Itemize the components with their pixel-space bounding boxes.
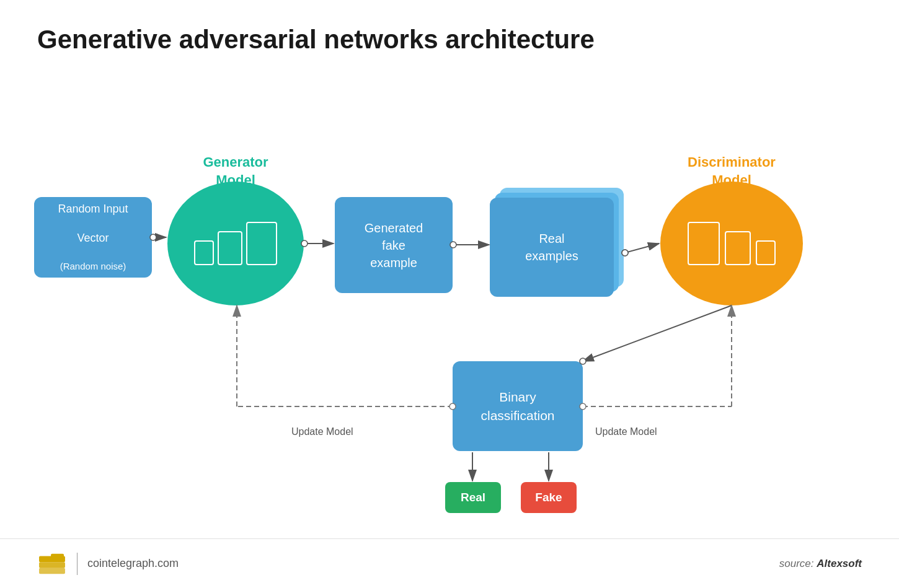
discriminator-inner-boxes	[688, 222, 776, 265]
svg-line-10	[583, 305, 732, 361]
real-examples-stack: Realexamples	[490, 188, 620, 296]
fake-example-box: Generatedfakeexample	[335, 197, 453, 293]
generator-ellipse	[167, 182, 304, 305]
gen-box-1	[194, 240, 214, 265]
footer-logo-icon	[37, 551, 67, 576]
svg-rect-21	[39, 568, 65, 574]
disc-box-2	[725, 231, 751, 265]
footer-source: source: Altexsoft	[779, 558, 862, 570]
disc-box-3	[756, 240, 776, 265]
random-input-box: Random Input Vector (Random noise)	[34, 197, 152, 278]
footer-divider	[77, 553, 78, 575]
footer: cointelegraph.com source: Altexsoft	[0, 538, 899, 588]
discriminator-ellipse	[660, 182, 803, 305]
svg-rect-24	[51, 553, 64, 559]
footer-site: cointelegraph.com	[87, 557, 779, 570]
svg-line-8	[625, 244, 659, 253]
real-examples-box: Realexamples	[490, 198, 614, 297]
disc-box-1	[688, 222, 720, 265]
gen-box-2	[218, 231, 242, 265]
update-model-left-label: Update Model	[291, 426, 353, 437]
svg-rect-22	[39, 562, 65, 568]
generator-inner-boxes	[194, 222, 277, 265]
diagram-area: Generator Model Discriminator Model Rand…	[0, 73, 899, 519]
update-model-right-label: Update Model	[595, 426, 657, 437]
gen-box-3	[246, 222, 277, 265]
page-title: Generative adversarial networks architec…	[0, 0, 899, 73]
real-label-box: Real	[445, 482, 501, 513]
binary-classification-box: Binaryclassification	[453, 361, 583, 451]
fake-label-box: Fake	[521, 482, 577, 513]
